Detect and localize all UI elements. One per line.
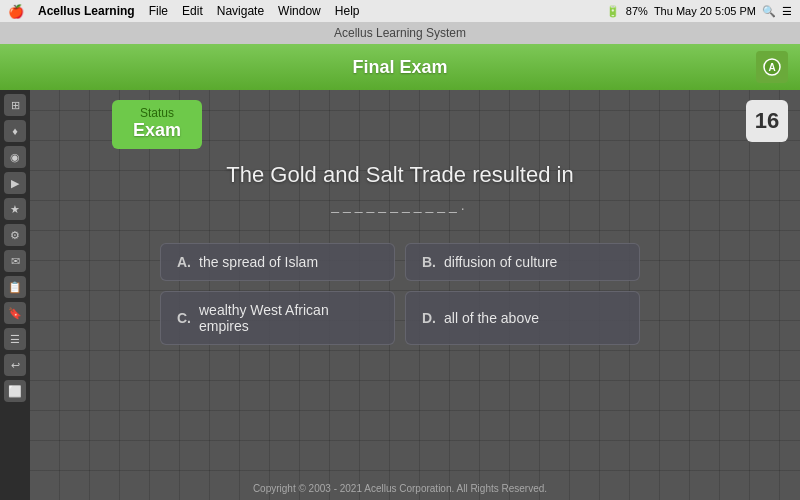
sidebar-icon-8[interactable]: 📋	[4, 276, 26, 298]
answer-c-letter: C.	[177, 310, 193, 326]
answer-d[interactable]: D. all of the above	[405, 291, 640, 345]
sidebar-icon-10[interactable]: ☰	[4, 328, 26, 350]
footer-text: Copyright © 2003 - 2021 Acellus Corporat…	[253, 483, 547, 494]
battery-percent: 87%	[626, 5, 648, 17]
sidebar-icon-12[interactable]: ⬜	[4, 380, 26, 402]
sidebar: ⊞ ♦ ◉ ▶ ★ ⚙ ✉ 📋 🔖 ☰ ↩ ⬜	[0, 90, 30, 500]
sidebar-icon-4[interactable]: ▶	[4, 172, 26, 194]
menu-file[interactable]: File	[149, 4, 168, 18]
datetime: Thu May 20 5:05 PM	[654, 5, 756, 17]
apple-icon[interactable]: 🍎	[8, 4, 24, 19]
answer-b-letter: B.	[422, 254, 438, 270]
sidebar-icon-5[interactable]: ★	[4, 198, 26, 220]
menu-window[interactable]: Window	[278, 4, 321, 18]
answer-a-text: the spread of Islam	[199, 254, 318, 270]
answer-d-letter: D.	[422, 310, 438, 326]
answer-a-letter: A.	[177, 254, 193, 270]
sidebar-icon-1[interactable]: ⊞	[4, 94, 26, 116]
sidebar-icon-2[interactable]: ♦	[4, 120, 26, 142]
menubar-right: 🔋 87% Thu May 20 5:05 PM 🔍 ☰	[606, 0, 792, 22]
answers-grid: A. the spread of Islam B. diffusion of c…	[160, 243, 640, 345]
answer-b-text: diffusion of culture	[444, 254, 557, 270]
menu-icon[interactable]: ☰	[782, 5, 792, 18]
sidebar-icon-3[interactable]: ◉	[4, 146, 26, 168]
sidebar-icon-7[interactable]: ✉	[4, 250, 26, 272]
menubar: 🍎 Acellus Learning File Edit Navigate Wi…	[0, 0, 800, 22]
answer-d-text: all of the above	[444, 310, 539, 326]
question-number-box: 16	[746, 100, 788, 142]
status-value: Exam	[133, 120, 181, 141]
menu-app-name[interactable]: Acellus Learning	[38, 4, 135, 18]
battery-icon: 🔋	[606, 5, 620, 18]
answer-a[interactable]: A. the spread of Islam	[160, 243, 395, 281]
header-title: Final Exam	[352, 57, 447, 78]
answer-b[interactable]: B. diffusion of culture	[405, 243, 640, 281]
menu-help[interactable]: Help	[335, 4, 360, 18]
search-icon[interactable]: 🔍	[762, 5, 776, 18]
content-area: ⊞ ♦ ◉ ▶ ★ ⚙ ✉ 📋 🔖 ☰ ↩ ⬜ Status Exam 16 T…	[0, 90, 800, 500]
question-underline: ___________.	[226, 197, 573, 213]
titlebar: Acellus Learning System	[0, 22, 800, 44]
sidebar-icon-6[interactable]: ⚙	[4, 224, 26, 246]
footer: Copyright © 2003 - 2021 Acellus Corporat…	[0, 477, 800, 500]
svg-text:A: A	[768, 62, 775, 73]
menu-navigate[interactable]: Navigate	[217, 4, 264, 18]
question-area: The Gold and Salt Trade resulted in ____…	[226, 160, 573, 213]
question-text: The Gold and Salt Trade resulted in	[226, 160, 573, 191]
titlebar-title: Acellus Learning System	[334, 26, 466, 40]
acellus-logo: A	[756, 51, 788, 83]
app-header: Final Exam A	[0, 44, 800, 90]
question-number: 16	[755, 108, 779, 134]
sidebar-icon-9[interactable]: 🔖	[4, 302, 26, 324]
answer-c-text: wealthy West African empires	[199, 302, 378, 334]
status-box: Status Exam	[112, 100, 202, 149]
menu-edit[interactable]: Edit	[182, 4, 203, 18]
answer-c[interactable]: C. wealthy West African empires	[160, 291, 395, 345]
menubar-left: 🍎 Acellus Learning File Edit Navigate Wi…	[8, 4, 359, 19]
sidebar-icon-11[interactable]: ↩	[4, 354, 26, 376]
status-label: Status	[140, 106, 174, 120]
